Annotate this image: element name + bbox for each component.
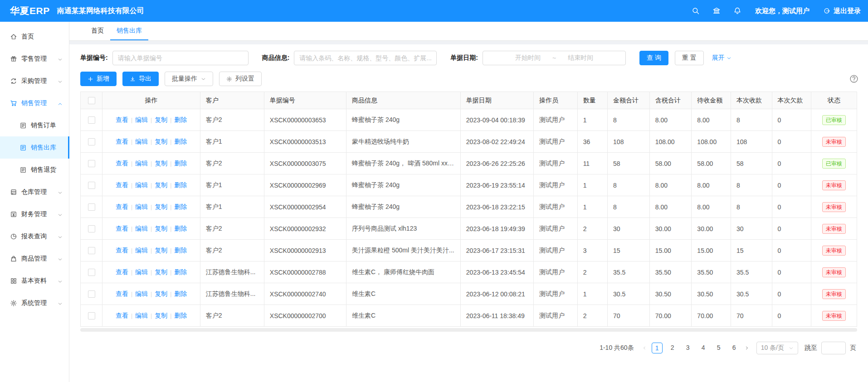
action-delete[interactable]: 删除 bbox=[174, 138, 187, 145]
row-checkbox[interactable] bbox=[88, 225, 95, 232]
action-edit[interactable]: 编辑 bbox=[135, 225, 148, 232]
action-view[interactable]: 查看 bbox=[116, 225, 128, 232]
action-view[interactable]: 查看 bbox=[116, 181, 128, 189]
action-view[interactable]: 查看 bbox=[116, 138, 128, 145]
action-edit[interactable]: 编辑 bbox=[135, 290, 148, 297]
action-view[interactable]: 查看 bbox=[116, 160, 128, 167]
row-checkbox[interactable] bbox=[88, 269, 95, 276]
page-button-6[interactable]: 6 bbox=[729, 343, 740, 353]
sidebar-item-sales[interactable]: 销售管理 bbox=[0, 92, 69, 114]
batch-actions-button[interactable]: 批量操作 bbox=[165, 72, 213, 86]
platform-bank-icon[interactable] bbox=[712, 7, 721, 15]
sidebar-item-finance[interactable]: 财务管理 bbox=[0, 203, 69, 225]
sidebar-item-home[interactable]: 首页 bbox=[0, 25, 69, 48]
jump-page-input[interactable] bbox=[821, 342, 846, 354]
action-copy[interactable]: 复制 bbox=[155, 116, 167, 123]
action-view[interactable]: 查看 bbox=[116, 312, 128, 319]
help-icon[interactable] bbox=[849, 74, 858, 83]
row-checkbox[interactable] bbox=[88, 290, 95, 298]
row-checkbox[interactable] bbox=[88, 247, 95, 254]
cell-debt: 0 bbox=[772, 153, 811, 174]
row-checkbox[interactable] bbox=[88, 312, 95, 319]
action-delete[interactable]: 删除 bbox=[174, 290, 187, 297]
action-delete[interactable]: 删除 bbox=[174, 268, 187, 276]
action-edit[interactable]: 编辑 bbox=[135, 203, 148, 210]
action-edit[interactable]: 编辑 bbox=[135, 181, 148, 189]
sidebar-item-sales-return[interactable]: 销售退货 bbox=[0, 159, 69, 181]
sidebar-item-retail[interactable]: 零售管理 bbox=[0, 48, 69, 70]
action-copy[interactable]: 复制 bbox=[155, 247, 167, 254]
sidebar-item-product[interactable]: 商品管理 bbox=[0, 247, 69, 270]
horizontal-scrollbar[interactable] bbox=[80, 328, 857, 332]
action-edit[interactable]: 编辑 bbox=[135, 312, 148, 319]
action-delete[interactable]: 删除 bbox=[174, 312, 187, 319]
action-view[interactable]: 查看 bbox=[116, 116, 128, 123]
page-button-1[interactable]: 1 bbox=[652, 343, 663, 353]
action-delete[interactable]: 删除 bbox=[174, 116, 187, 123]
action-copy[interactable]: 复制 bbox=[155, 203, 167, 210]
cell-qty: 1 bbox=[577, 109, 607, 131]
action-delete[interactable]: 删除 bbox=[174, 203, 187, 210]
action-copy[interactable]: 复制 bbox=[155, 181, 167, 189]
row-checkbox[interactable] bbox=[88, 203, 95, 211]
action-view[interactable]: 查看 bbox=[116, 203, 128, 210]
notification-bell-icon[interactable] bbox=[733, 7, 741, 15]
action-delete[interactable]: 删除 bbox=[174, 160, 187, 167]
row-checkbox[interactable] bbox=[88, 138, 95, 145]
page-size-select[interactable]: 10 条/页 bbox=[756, 342, 798, 354]
action-copy[interactable]: 复制 bbox=[155, 225, 167, 232]
tab-home[interactable]: 首页 bbox=[85, 22, 110, 40]
column-header: 本次欠款 bbox=[772, 92, 811, 109]
action-edit[interactable]: 编辑 bbox=[135, 160, 148, 167]
row-checkbox[interactable] bbox=[88, 116, 95, 124]
table-row: 查看|编辑|复制|删除客户1XSCK00000002969蜂蜜柚子茶 240g2… bbox=[81, 174, 857, 196]
search-icon[interactable] bbox=[692, 7, 700, 15]
action-view[interactable]: 查看 bbox=[116, 268, 128, 276]
sidebar-item-sales-order[interactable]: 销售订单 bbox=[0, 114, 69, 136]
sidebar-item-label: 基本资料 bbox=[21, 277, 47, 285]
action-delete[interactable]: 删除 bbox=[174, 247, 187, 254]
cell-receivable: 8.00 bbox=[692, 109, 731, 131]
action-view[interactable]: 查看 bbox=[116, 247, 128, 254]
page-button-2[interactable]: 2 bbox=[667, 343, 678, 353]
tab-sales-outbound[interactable]: 销售出库 bbox=[110, 22, 148, 40]
select-all-checkbox[interactable] bbox=[88, 97, 95, 104]
action-copy[interactable]: 复制 bbox=[155, 160, 167, 167]
action-copy[interactable]: 复制 bbox=[155, 312, 167, 319]
sidebar-item-sales-outbound[interactable]: 销售出库 bbox=[0, 136, 69, 159]
next-page-button[interactable] bbox=[742, 343, 752, 353]
reset-button[interactable]: 重 置 bbox=[675, 51, 704, 65]
page-button-3[interactable]: 3 bbox=[683, 343, 693, 353]
product-info-input[interactable] bbox=[294, 51, 437, 65]
actions-cell: 查看|编辑|复制|删除 bbox=[102, 240, 200, 261]
logout-button[interactable]: 退出登录 bbox=[823, 7, 861, 15]
action-edit[interactable]: 编辑 bbox=[135, 247, 148, 254]
action-copy[interactable]: 复制 bbox=[155, 138, 167, 145]
action-copy[interactable]: 复制 bbox=[155, 290, 167, 297]
action-copy[interactable]: 复制 bbox=[155, 268, 167, 276]
page-button-4[interactable]: 4 bbox=[698, 343, 709, 353]
sidebar-item-system[interactable]: 系统管理 bbox=[0, 292, 69, 314]
action-edit[interactable]: 编辑 bbox=[135, 138, 148, 145]
sidebar-item-report[interactable]: 报表查询 bbox=[0, 225, 69, 247]
action-delete[interactable]: 删除 bbox=[174, 181, 187, 189]
row-checkbox[interactable] bbox=[88, 182, 95, 189]
action-delete[interactable]: 删除 bbox=[174, 225, 187, 232]
search-button[interactable]: 查 询 bbox=[639, 51, 668, 65]
sidebar-item-warehouse[interactable]: 仓库管理 bbox=[0, 181, 69, 203]
column-settings-button[interactable]: 列设置 bbox=[219, 72, 262, 86]
sidebar-item-purchase[interactable]: 采购管理 bbox=[0, 70, 69, 92]
action-edit[interactable]: 编辑 bbox=[135, 268, 148, 276]
action-view[interactable]: 查看 bbox=[116, 290, 128, 297]
export-button[interactable]: 导出 bbox=[122, 72, 159, 86]
column-header: 含税合计 bbox=[649, 92, 692, 109]
expand-link[interactable]: 展开 bbox=[712, 54, 731, 62]
bill-no-input[interactable] bbox=[112, 51, 249, 65]
row-checkbox[interactable] bbox=[88, 160, 95, 167]
prev-page-button[interactable] bbox=[639, 343, 649, 353]
page-button-5[interactable]: 5 bbox=[713, 343, 724, 353]
bill-date-range-input[interactable]: 开始时间 ~ 结束时间 bbox=[483, 51, 626, 65]
add-button[interactable]: 新增 bbox=[80, 72, 117, 86]
sidebar-item-basedata[interactable]: 基本资料 bbox=[0, 270, 69, 292]
action-edit[interactable]: 编辑 bbox=[135, 116, 148, 123]
